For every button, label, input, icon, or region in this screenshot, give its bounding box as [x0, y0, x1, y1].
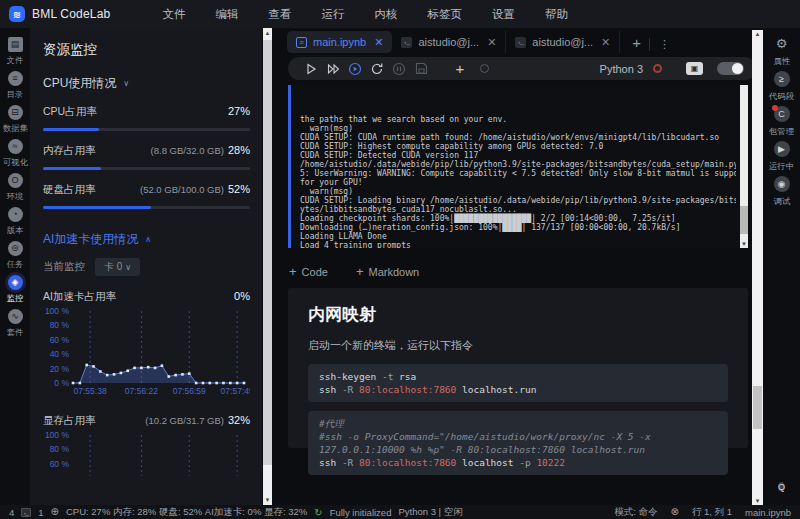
code-cell-output[interactable]: the paths that we search based on your e…	[288, 85, 748, 248]
left-rail-icon: ⊜	[8, 241, 23, 256]
kernel-selector[interactable]: Python 3	[600, 63, 643, 75]
scroll-down-icon[interactable]: ▼	[752, 498, 763, 504]
tab-terminal-2[interactable]: ›_ aistudio@j... ✕	[506, 31, 620, 53]
meter-percent: 28%	[228, 144, 250, 156]
svg-text:60 %: 60 %	[50, 459, 70, 469]
run-cell-icon[interactable]	[300, 61, 322, 77]
output-line: warn(msg)	[300, 124, 736, 133]
left-rail-item[interactable]: ⊟ 数据集	[0, 105, 30, 135]
left-activity-rail: ▤ 文件 ≡ 目录 ⊟ 数据集 ≈ 可视化 O 环境	[0, 28, 30, 505]
scrollbar-thumb[interactable]	[740, 206, 748, 234]
code-block-proxy: #代理#ssh -o ProxyCommand="/home/aistudio/…	[308, 411, 728, 475]
left-rail-item[interactable]: ⊜ 任务	[0, 241, 30, 271]
meter-track	[43, 167, 250, 170]
add-code-cell-button[interactable]: + Code	[289, 264, 328, 279]
accel-chart-title: AI加速卡占用率	[43, 290, 116, 304]
cursor-position[interactable]: 行 1, 列 1	[692, 506, 732, 519]
app-title: BML CodeLab	[32, 7, 110, 21]
tab-terminal-1[interactable]: ›_ aistudio@j... ✕	[392, 31, 506, 53]
right-rail-label: 包管理	[769, 126, 794, 138]
meter-track	[43, 206, 250, 209]
editor-area: ≡ main.ipynb ✕ ›_ aistudio@j... ✕ ›_ ais…	[273, 28, 763, 505]
run-all-icon[interactable]	[322, 61, 344, 77]
right-rail-icon: C	[774, 106, 790, 122]
monitor-label: 当前监控	[43, 260, 85, 274]
svg-text:40 %: 40 %	[50, 349, 70, 359]
output-line: the paths that we search based on your e…	[300, 115, 736, 124]
left-rail-item[interactable]: O 环境	[0, 173, 30, 203]
meter-fill	[43, 206, 151, 209]
right-rail-item[interactable]: ⚙ 属性	[773, 36, 791, 68]
scroll-down-icon[interactable]: ▼	[262, 497, 273, 503]
close-icon[interactable]: ✕	[601, 36, 610, 49]
kernel-busy-icon	[653, 64, 662, 73]
right-rail-icon: ◉	[774, 176, 790, 192]
tab-options-kebab-icon[interactable]: ⋮	[649, 38, 670, 51]
markdown-cell[interactable]: 内网映射 启动一个新的终端，运行以下指令 ssh-keygen -t rsass…	[288, 288, 748, 448]
left-rail-item[interactable]: ◈ 监控	[0, 275, 30, 305]
menu-item[interactable]: 内核	[366, 5, 405, 24]
right-rail-item[interactable]: ≥ 代码段	[768, 71, 795, 103]
menu-item[interactable]: 文件	[154, 5, 193, 24]
left-rail-item[interactable]: ≈ 可视化	[0, 139, 30, 169]
left-rail-icon: ≡	[8, 71, 23, 86]
scrollbar-thumb[interactable]	[753, 386, 762, 429]
menu-item[interactable]: 设置	[484, 5, 523, 24]
scroll-up-icon[interactable]: ▲	[262, 30, 273, 36]
monitor-row: 当前监控 卡 0 ∨	[43, 258, 250, 276]
left-rail-item[interactable]: ▤ 文件	[0, 37, 30, 67]
svg-text:100 %: 100 %	[45, 430, 70, 440]
panel-toggle-button[interactable]: ▣	[686, 62, 703, 75]
save-icon[interactable]	[410, 61, 432, 77]
new-tab-button[interactable]: +	[632, 34, 641, 51]
bell-off-icon[interactable]: ⊗	[671, 507, 679, 517]
menu-item[interactable]: 编辑	[207, 5, 246, 24]
left-rail-item[interactable]: ◔ 版本	[0, 207, 30, 237]
vram-chart-title: 显存占用率	[43, 414, 96, 428]
close-icon[interactable]: ✕	[487, 36, 496, 49]
meter-percent: 27%	[228, 105, 250, 117]
accel-usage-chart: 07:55:3807:56:2207:56:5907:57:45100 %80 …	[43, 306, 250, 406]
menu-item[interactable]: 查看	[260, 5, 299, 24]
add-markdown-cell-button[interactable]: + Markdown	[356, 264, 419, 279]
outline-circle-icon[interactable]	[480, 64, 489, 73]
right-rail-item[interactable]: ▶ 运行中	[768, 141, 795, 173]
notebook-scrollbar[interactable]: ▲ ▼	[752, 30, 763, 505]
output-scrollbar[interactable]: ▼	[740, 85, 748, 248]
menu-item[interactable]: 标签页	[419, 5, 470, 24]
menu-item[interactable]: 运行	[313, 5, 352, 24]
output-line: CUDA SETUP: Loading binary /home/aistudi…	[300, 196, 736, 205]
left-rail-item[interactable]: ∿ 套件	[0, 309, 30, 339]
card-selector-dropdown[interactable]: 卡 0 ∨	[95, 258, 140, 276]
restart-run-icon[interactable]	[344, 61, 366, 77]
toolbar-toggle-switch[interactable]	[717, 62, 744, 75]
right-rail-item[interactable]: ◉ 调试	[773, 176, 791, 208]
scroll-up-icon[interactable]: ▲	[752, 31, 763, 37]
accel-section-toggle[interactable]: AI加速卡使用情况 ∧	[43, 231, 250, 248]
tab-main-ipynb[interactable]: ≡ main.ipynb ✕	[287, 31, 392, 53]
scroll-down-icon[interactable]: ▼	[740, 241, 748, 247]
left-rail-label: 目录	[7, 89, 24, 101]
target-icon[interactable]: ⊕	[51, 507, 59, 517]
output-line: Downloading (…)neration_config.json: 100…	[300, 223, 736, 232]
svg-text:20 %: 20 %	[50, 364, 70, 374]
panel-scrollbar[interactable]: ▲ ▼	[262, 28, 273, 505]
search-tool-button[interactable]: Q	[778, 476, 785, 495]
restart-kernel-icon[interactable]	[366, 61, 388, 77]
cpu-section-toggle[interactable]: CPU使用情况 ∨	[43, 75, 250, 92]
right-rail-label: 属性	[773, 56, 790, 68]
code-block-ssh: ssh-keygen -t rsassh -R 80:localhost:786…	[308, 364, 728, 402]
resource-meter: CPU占用率 27%	[43, 105, 250, 131]
menu-item[interactable]: 帮助	[537, 5, 576, 24]
left-rail-item[interactable]: ≡ 目录	[0, 71, 30, 101]
add-cell-icon[interactable]: +	[448, 60, 472, 77]
scrollbar-thumb[interactable]	[263, 40, 272, 465]
terminal-icon[interactable]: ›_	[21, 508, 31, 517]
left-rail-label: 任务	[7, 259, 24, 271]
right-rail-item[interactable]: C 包管理	[768, 106, 795, 138]
menu-items: 文件编辑查看运行内核标签页设置帮助	[154, 5, 576, 24]
close-icon[interactable]: ✕	[374, 36, 383, 49]
search-icon: Q	[778, 482, 785, 492]
interrupt-kernel-icon[interactable]	[388, 61, 410, 77]
left-rail-icon: ◔	[8, 207, 23, 222]
